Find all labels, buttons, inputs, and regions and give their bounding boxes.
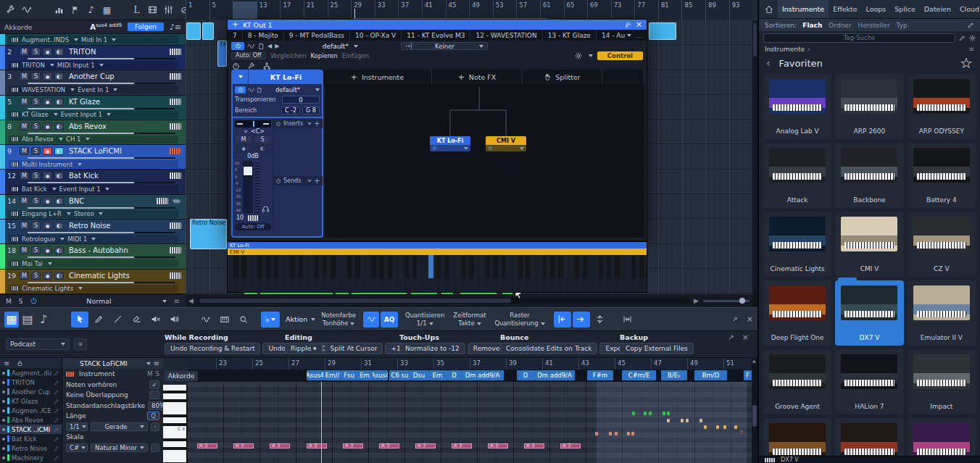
arrangement-clip[interactable] [186,22,201,40]
chord-event[interactable]: Asus4 [307,370,323,380]
close-icon[interactable]: × [636,21,642,28]
midi-note[interactable] [595,432,598,435]
plugin-window-titlebar[interactable]: + KT Out 1 × [228,20,647,30]
track-mute-button[interactable]: M [20,246,29,254]
midi-note[interactable] [704,425,707,429]
track-monitor-button[interactable]: ◐ [54,147,64,155]
splitter-tab[interactable]: Splitter [523,70,602,84]
sends-header[interactable]: Sends + [273,176,323,185]
note-preview-checkbox[interactable]: ✓ [149,380,159,389]
node-power-icon[interactable] [488,146,493,151]
audioquantize-button[interactable]: AQ [381,312,398,328]
track-monitor-button[interactable]: ◐ [54,98,64,106]
automation-icon[interactable] [247,43,255,50]
add-send-icon[interactable]: + [314,177,320,185]
automation-mode-select[interactable]: Normal [45,297,152,305]
macro-button[interactable]: Normalize to -12 [399,343,465,354]
pencil-icon[interactable] [54,427,59,433]
midi-note-a3[interactable]: A 3 [560,443,581,449]
track-input-name[interactable]: Event In 1 [78,86,109,93]
scroll-up-arrow[interactable]: ▲ [752,358,756,363]
add-insert-icon[interactable]: + [314,120,320,128]
track-mute-button[interactable]: M [20,222,29,230]
track-header[interactable]: 3 M S ● ◐ Another Cup WAVESTATION Event … [0,70,186,95]
browser-tab[interactable]: Splice [890,0,919,18]
track-mute-button[interactable]: M [20,147,29,155]
headphones-icon[interactable] [262,205,270,213]
track-mute-button[interactable]: M [20,272,29,280]
action-menu[interactable]: Aktion [286,315,315,323]
rack-auto-chip[interactable]: Auto: Off [235,223,271,230]
editor-track-item[interactable]: KT Glaze [0,396,62,406]
grid-blocks-button[interactable]: ▦ [99,3,115,17]
macro-button[interactable]: Split At Cursor [325,343,383,354]
zoom-button[interactable] [235,312,252,328]
midi-note-a3[interactable]: A 3 [379,443,399,449]
note-length-button[interactable] [619,312,636,328]
track-solo-button[interactable]: S [31,197,41,205]
instrument-grid-item[interactable]: ARP 2600 [835,74,903,139]
editor-track-item[interactable]: Augmen..ICES [0,406,62,415]
track-solo-button[interactable]: S [31,98,41,106]
sends-empty-area[interactable] [273,185,323,233]
dot-button[interactable]: · [151,422,159,431]
track-volume-bar[interactable] [28,157,175,159]
track-mute-button[interactable]: M [20,72,29,80]
track-mute-button[interactable]: M [20,98,29,106]
track-solo-button[interactable]: S [31,147,41,155]
track-solo-button[interactable]: S [31,122,41,130]
track-solo-button[interactable]: S [31,48,41,56]
track-instrument-name[interactable]: Cinematic Lights [22,285,73,292]
track-header[interactable]: 8 M S ● ◐ Abs Revox Abs Revox CH 1 [0,120,186,145]
chord-list-icon[interactable]: ♪≡ [170,22,181,32]
line-tool-button[interactable] [109,312,126,328]
piano-roll-keys[interactable]: C 4 [163,385,187,463]
track-header[interactable]: 14 M S ● ◐ BNC Eingang L+R Stereo [0,195,186,220]
track-header[interactable]: 2 M S ● ◐ TRITON TRITON MIDI Input 1 [0,46,186,70]
plugin-power-button[interactable] [231,42,244,50]
pitch-snap-button[interactable] [363,312,379,328]
knob-icon[interactable] [232,62,240,70]
editor-track-item[interactable]: Abs Revox [0,415,62,425]
next-preset-icon[interactable]: ▶ [275,43,279,49]
add-notefx-tab[interactable]: +Note FX [432,70,523,84]
midi-note-a3[interactable]: A 3 [415,443,436,449]
track-solo-button[interactable]: S [31,222,41,230]
editor-ruler[interactable]: 232527293133353739414345474951 [187,357,752,370]
chord-event[interactable]: Asus4 [373,370,388,380]
instrument-grid-item[interactable]: Jun-6 V [835,418,903,456]
compare-button[interactable]: Vergleichen [270,52,307,59]
track-instrument-icon[interactable] [170,172,181,179]
track-instrument-icon[interactable] [170,99,181,105]
control-link-button[interactable]: Control [597,51,643,60]
power-icon[interactable] [30,297,38,305]
automation-icon[interactable] [248,87,254,93]
plugin-tab[interactable]: 8 - Mojito [243,30,284,41]
instrument-grid-item[interactable]: Battery 4 [908,143,976,208]
macro-flat-button[interactable]: ♭ [261,312,280,328]
detach-panel-icon[interactable]: ↗ [728,333,734,341]
editor-track-item[interactable]: Machinery [0,453,62,462]
video-track-button[interactable] [145,3,160,17]
instrument-grid-item[interactable]: Kontakt 7 [908,418,976,456]
plugin-tab[interactable]: 11 - KT Evolve M3 [402,30,470,41]
plugin-tab[interactable]: 13 - KT Glaze [543,30,597,41]
chord-event[interactable]: Dm add9/A [534,370,575,380]
track-instrument-name[interactable]: TRITON [22,62,45,69]
length-value-select[interactable]: 1/1 [66,422,88,431]
track-instrument-icon[interactable] [170,247,181,254]
inspector-track-select[interactable]: STACK LoFiCMI [66,360,141,367]
midi-note-a3[interactable]: A 3 [524,443,544,449]
default-velocity-value[interactable]: 80% [148,401,163,410]
track-record-arm-button[interactable]: ● [43,172,52,180]
prev-preset-icon[interactable]: ◀ [267,43,272,49]
preset-select[interactable]: default* [282,43,398,50]
rack-solo-button[interactable]: S [254,135,271,143]
favorites-star-icon[interactable]: ☆ [960,57,973,70]
midi-note[interactable] [609,432,612,435]
copy-button[interactable]: Kopieren [310,52,337,59]
timeline-ruler[interactable]: 1591317212529333741454953576165697377818… [186,0,752,20]
inserts-empty-area[interactable] [273,128,323,176]
track-volume-bar[interactable] [28,207,175,209]
track-mute-button[interactable]: M [20,197,29,205]
